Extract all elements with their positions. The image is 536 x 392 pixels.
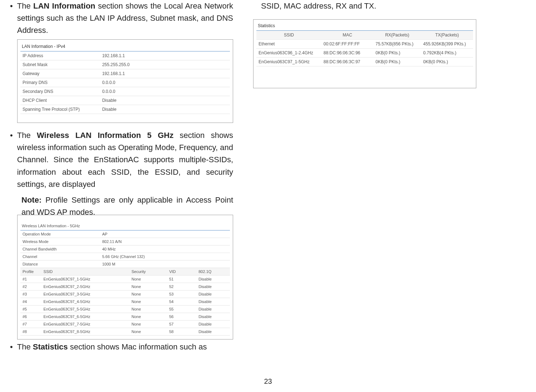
table-row: EnGenius063C97_1-5GHz88:DC:96:06:3C:970K… bbox=[256, 58, 473, 66]
table-row: #5EnGenius063C97_5-5GHzNone55Disable bbox=[20, 305, 230, 313]
stats-grid: SSID MAC RX(Packets) TX(Packets) Etherne… bbox=[256, 31, 473, 66]
lan-grid: IP Address192.168.1.1 Subnet Mask255.255… bbox=[20, 51, 230, 114]
bullet-wlan-info: • The Wireless LAN Information 5 GHz sec… bbox=[7, 129, 236, 190]
table-row: #6EnGenius063C97_6-5GHzNone56Disable bbox=[20, 313, 230, 320]
wlan-info-paragraph: The Wireless LAN Information 5 GHz secti… bbox=[17, 129, 233, 190]
note-row: Note: Profile Settings are only applicab… bbox=[7, 194, 236, 218]
table-row: IP Address192.168.1.1 bbox=[20, 51, 230, 60]
table-row: #2EnGenius063C97_2-5GHzNone52Disable bbox=[20, 283, 230, 290]
table-row: Secondary DNS0.0.0.0 bbox=[20, 87, 230, 96]
lan-info-table: LAN Information - IPv4 IP Address192.168… bbox=[17, 39, 233, 123]
table-row: #3EnGenius063C97_3-5GHzNone53Disable bbox=[20, 290, 230, 298]
table-row: EnGenius063C96_1-2.4GHz88:DC:96:06:3C:96… bbox=[256, 49, 473, 58]
table-row: Spanning Tree Protocol (STP)Disable bbox=[20, 105, 230, 114]
bullet-dot-icon: • bbox=[10, 0, 13, 36]
wlan-ssid-grid: Profile SSID Security VID 802.1Q #1EnGen… bbox=[20, 268, 230, 336]
table-row: DHCP ClientDisable bbox=[20, 96, 230, 105]
table-row: Channel5.66 GHz (Channel 132) bbox=[20, 253, 230, 260]
wlan-info-table: Wireless LAN Information - 5GHz Operatio… bbox=[17, 215, 233, 339]
statistics-paragraph: The Statistics section shows Mac informa… bbox=[17, 341, 207, 353]
bullet-dot-icon: • bbox=[10, 129, 13, 190]
table-row: #1EnGenius063C97_1-5GHzNone51Disable bbox=[20, 275, 230, 283]
bullet-lan-info: • The LAN Information section shows the … bbox=[7, 0, 236, 36]
table-header: Profile SSID Security VID 802.1Q bbox=[20, 268, 230, 276]
note-paragraph: Note: Profile Settings are only applicab… bbox=[21, 194, 233, 218]
table-row: Operation ModeAP bbox=[20, 230, 230, 238]
table-row: #8EnGenius063C97_8-5GHzNone58Disable bbox=[20, 328, 230, 335]
right-continuation-text: SSID, MAC address, RX and TX. bbox=[250, 0, 479, 12]
table-row: Subnet Mask255.255.255.0 bbox=[20, 60, 230, 69]
wlan-info-grid: Operation ModeAP Wireless Mode802.11 A/N… bbox=[20, 230, 230, 268]
table-row: #7EnGenius063C97_7-5GHzNone57Disable bbox=[20, 320, 230, 328]
table-header: SSID MAC RX(Packets) TX(Packets) bbox=[256, 31, 473, 40]
table-row: Primary DNS0.0.0.0 bbox=[20, 78, 230, 87]
table-row: Gateway192.168.1.1 bbox=[20, 69, 230, 78]
table-row: Wireless Mode802.11 A/N bbox=[20, 238, 230, 245]
lan-table-title: LAN Information - IPv4 bbox=[20, 43, 230, 51]
table-row: Channel Bandwidth40 MHz bbox=[20, 245, 230, 253]
wlan-table-title: Wireless LAN Information - 5GHz bbox=[20, 222, 230, 230]
stats-title: Statistics bbox=[256, 22, 473, 31]
table-row: Distance1000 M bbox=[20, 260, 230, 268]
table-row: Ethernet00:02:6F:FF:FF:FF75.57KB(856 PKt… bbox=[256, 40, 473, 49]
page-number: 23 bbox=[264, 377, 272, 386]
bullet-statistics: • The Statistics section shows Mac infor… bbox=[7, 341, 236, 353]
bullet-dot-icon: • bbox=[10, 341, 13, 353]
lan-info-paragraph: The LAN Information section shows the Lo… bbox=[17, 0, 233, 36]
statistics-table: Statistics SSID MAC RX(Packets) TX(Packe… bbox=[253, 19, 476, 88]
table-row: #4EnGenius063C97_4-5GHzNone54Disable bbox=[20, 298, 230, 305]
